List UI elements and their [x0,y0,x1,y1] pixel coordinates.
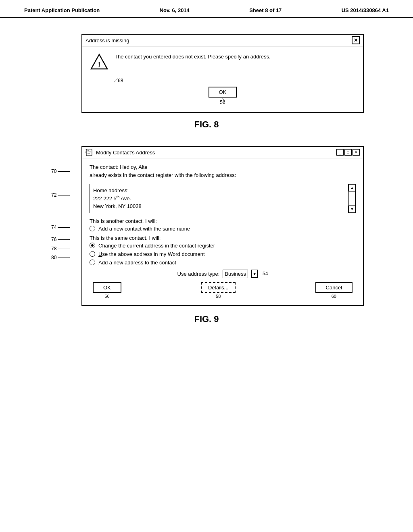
pub-date: Nov. 6, 2014 [160,7,190,13]
minimize-button[interactable]: _ [336,149,344,156]
restore-icon: □ [347,150,349,154]
svg-line-3 [223,98,225,102]
radio-3[interactable] [90,251,95,257]
ref-78: 78 [51,246,70,251]
fig9-label: FIG. 9 [24,314,389,324]
fig8-message: The contact you entered does not exist. … [115,53,271,61]
address-box: Home address: 222 222 5th Ave. New York,… [90,184,356,213]
radio-2[interactable] [90,243,95,248]
fig8-close-icon: ✕ [354,37,358,43]
fig8-dialog: Address is missing ✕ ! [81,34,364,113]
patent-number: US 2014/330864 A1 [342,7,389,13]
fig8-ok-button[interactable]: OK [209,87,237,98]
fig9-dialog-wrapper: 70 72 74 76 78 80 [81,146,364,306]
fig8-section: Address is missing ✕ ! [49,34,364,113]
address-text: Home address: 222 222 5th Ave. New York,… [90,184,348,213]
fig9-title-left: Modify Contact's Address [86,149,155,156]
address-line2: New York, NY 10028 [93,202,345,210]
fig9-cancel-button[interactable]: Cancel [315,282,353,293]
fig8-titlebar: Address is missing ✕ [82,35,363,46]
contact-info: The contact: Hedloy, Alte already exists… [90,163,356,179]
address-type-dropdown-arrow[interactable]: ▼ [251,270,258,278]
fig8-label: FIG. 8 [24,119,389,130]
ref-58: 58 [216,294,221,299]
radio3-label: Use the above address in my Word documen… [98,251,205,257]
radio-item-3: Use the above address in my Word documen… [90,251,356,257]
fig9-dialog: Modify Contact's Address _ □ ✕ [81,146,364,306]
same-contact-label: This is the same contact. I will: [90,235,356,241]
ref-54: 54 [263,271,268,276]
fig8-title: Address is missing [86,37,129,44]
page-content: Address is missing ✕ ! [0,18,413,357]
fig8-close-button[interactable]: ✕ [352,36,360,44]
address-line1: 222 222 5th Ave. [93,195,345,203]
fig9-details-button[interactable]: Details... [201,282,236,293]
restore-button[interactable]: □ [344,149,352,156]
contact-line1: The contact: Hedloy, Alte [90,163,356,171]
contact-icon [86,149,93,156]
radio-2-dot [91,244,94,247]
address-type-select[interactable]: Business [223,270,248,278]
fig9-titlebar: Modify Contact's Address _ □ ✕ [82,147,363,158]
ref-76: 76 [51,237,70,242]
address-type-row: Use address type: Business ▼ 54 [90,270,356,278]
window-controls: _ □ ✕ [336,149,360,156]
ref-72: 72 [51,192,70,198]
radio-4[interactable] [90,260,95,265]
fig8-dialog-area: Address is missing ✕ ! [81,34,364,113]
fig9-close-button[interactable]: ✕ [353,149,360,156]
fig9-buttons: OK 56 Details... 58 Cancel 60 [90,282,356,300]
fig8-buttons: OK [90,87,355,98]
minimize-icon: _ [339,150,341,154]
ref-80: 80 [51,255,70,260]
svg-line-2 [114,78,119,83]
fig9-close-icon: ✕ [355,150,358,154]
contact-line2: already exists in the contact register w… [90,171,356,179]
ref-74: 74 [51,224,70,230]
another-contact-label: This is another contact, I will: [90,218,356,224]
fig9-title-text: Modify Contact's Address [96,150,155,156]
address-label: Home address: [93,187,345,195]
fig8-body-content: ! The contact you entered does not exist… [90,53,355,71]
radio-item-1: Add a new contact with the same name [90,226,356,232]
ref-56-fig9: 56 [104,294,109,299]
radio-item-2: Change the current address in the contac… [90,243,356,249]
fig8-body: ! The contact you entered does not exist… [82,46,363,112]
svg-rect-4 [86,149,92,156]
fig9-section: 70 72 74 76 78 80 [49,146,364,306]
scrollbar: ▲ ▼ [348,184,355,213]
address-type-value: Business [225,271,246,277]
address-type-label: Use address type: [177,271,220,277]
radio-item-4: Add a new address to the contact [90,260,356,266]
fig8-left-labels [49,34,81,113]
scroll-down-button[interactable]: ▼ [348,206,356,213]
radio-1[interactable] [90,226,95,231]
scroll-up-button[interactable]: ▲ [348,184,356,191]
ref-60: 60 [332,294,336,299]
scroll-track [348,191,355,206]
sheet-info: Sheet 8 of 17 [249,7,282,13]
radio4-label: Add a new address to the contact [98,260,176,266]
page-header: Patent Application Publication Nov. 6, 2… [0,0,413,18]
fig9-ok-button[interactable]: OK [93,282,121,293]
radio2-label: Change the current address in the contac… [98,243,215,249]
svg-text:!: ! [98,61,100,69]
radio1-label: Add a new contact with the same name [98,226,190,232]
ref-70: 70 [51,168,70,174]
pub-label: Patent Application Publication [24,7,100,13]
warning-icon: ! [90,53,108,71]
fig9-body: The contact: Hedloy, Alte already exists… [82,158,363,305]
